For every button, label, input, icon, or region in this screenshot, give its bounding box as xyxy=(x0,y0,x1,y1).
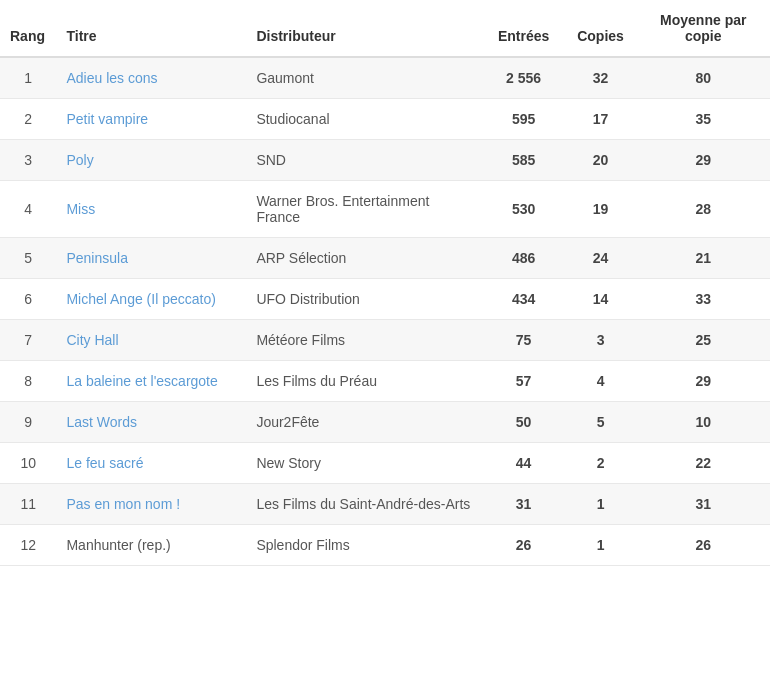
cell-copies: 3 xyxy=(565,320,637,361)
cell-entrees: 31 xyxy=(483,484,565,525)
cell-copies: 1 xyxy=(565,525,637,566)
cell-moyenne: 33 xyxy=(636,279,770,320)
title-link[interactable]: Miss xyxy=(66,201,95,217)
cell-rang: 2 xyxy=(0,99,56,140)
header-moyenne: Moyenne par copie xyxy=(636,0,770,57)
cell-entrees: 530 xyxy=(483,181,565,238)
cell-copies: 5 xyxy=(565,402,637,443)
cell-entrees: 44 xyxy=(483,443,565,484)
cell-titre[interactable]: La baleine et l'escargote xyxy=(56,361,246,402)
cell-distributeur: Studiocanal xyxy=(246,99,482,140)
cell-copies: 4 xyxy=(565,361,637,402)
cell-moyenne: 28 xyxy=(636,181,770,238)
title-link[interactable]: Pas en mon nom ! xyxy=(66,496,180,512)
cell-titre[interactable]: Miss xyxy=(56,181,246,238)
table-row: 11Pas en mon nom !Les Films du Saint-And… xyxy=(0,484,770,525)
box-office-table: Rang Titre Distributeur Entrées Copies M… xyxy=(0,0,770,566)
table-row: 4MissWarner Bros. Entertainment France53… xyxy=(0,181,770,238)
cell-titre[interactable]: Le feu sacré xyxy=(56,443,246,484)
cell-distributeur: SND xyxy=(246,140,482,181)
cell-copies: 19 xyxy=(565,181,637,238)
title-link[interactable]: Last Words xyxy=(66,414,137,430)
cell-copies: 14 xyxy=(565,279,637,320)
cell-distributeur: Gaumont xyxy=(246,57,482,99)
cell-rang: 10 xyxy=(0,443,56,484)
header-rang: Rang xyxy=(0,0,56,57)
cell-titre[interactable]: Pas en mon nom ! xyxy=(56,484,246,525)
cell-moyenne: 25 xyxy=(636,320,770,361)
cell-rang: 9 xyxy=(0,402,56,443)
cell-rang: 1 xyxy=(0,57,56,99)
cell-distributeur: New Story xyxy=(246,443,482,484)
cell-titre[interactable]: City Hall xyxy=(56,320,246,361)
table-row: 6Michel Ange (Il peccato)UFO Distributio… xyxy=(0,279,770,320)
cell-rang: 12 xyxy=(0,525,56,566)
cell-copies: 32 xyxy=(565,57,637,99)
title-link[interactable]: City Hall xyxy=(66,332,118,348)
cell-copies: 2 xyxy=(565,443,637,484)
cell-distributeur: Météore Films xyxy=(246,320,482,361)
cell-distributeur: Les Films du Saint-André-des-Arts xyxy=(246,484,482,525)
cell-rang: 3 xyxy=(0,140,56,181)
cell-titre[interactable]: Petit vampire xyxy=(56,99,246,140)
title-link[interactable]: La baleine et l'escargote xyxy=(66,373,217,389)
cell-distributeur: UFO Distribution xyxy=(246,279,482,320)
cell-titre[interactable]: Poly xyxy=(56,140,246,181)
cell-distributeur: Splendor Films xyxy=(246,525,482,566)
title-link[interactable]: Petit vampire xyxy=(66,111,148,127)
header-entrees: Entrées xyxy=(483,0,565,57)
table-row: 12Manhunter (rep.)Splendor Films26126 xyxy=(0,525,770,566)
header-titre: Titre xyxy=(56,0,246,57)
cell-moyenne: 80 xyxy=(636,57,770,99)
title-link[interactable]: Adieu les cons xyxy=(66,70,157,86)
table-row: 2Petit vampireStudiocanal5951735 xyxy=(0,99,770,140)
table-header-row: Rang Titre Distributeur Entrées Copies M… xyxy=(0,0,770,57)
cell-titre[interactable]: Michel Ange (Il peccato) xyxy=(56,279,246,320)
table-row: 1Adieu les consGaumont2 5563280 xyxy=(0,57,770,99)
cell-entrees: 585 xyxy=(483,140,565,181)
title-link[interactable]: Michel Ange (Il peccato) xyxy=(66,291,215,307)
cell-titre: Manhunter (rep.) xyxy=(56,525,246,566)
cell-entrees: 486 xyxy=(483,238,565,279)
cell-rang: 5 xyxy=(0,238,56,279)
cell-copies: 1 xyxy=(565,484,637,525)
table-row: 5PeninsulaARP Sélection4862421 xyxy=(0,238,770,279)
cell-moyenne: 31 xyxy=(636,484,770,525)
cell-distributeur: Jour2Fête xyxy=(246,402,482,443)
cell-distributeur: Warner Bros. Entertainment France xyxy=(246,181,482,238)
table-row: 7City HallMétéore Films75325 xyxy=(0,320,770,361)
title-link[interactable]: Poly xyxy=(66,152,93,168)
cell-rang: 11 xyxy=(0,484,56,525)
table-row: 9Last WordsJour2Fête50510 xyxy=(0,402,770,443)
table-row: 10Le feu sacréNew Story44222 xyxy=(0,443,770,484)
title-link[interactable]: Peninsula xyxy=(66,250,128,266)
cell-moyenne: 26 xyxy=(636,525,770,566)
cell-titre[interactable]: Peninsula xyxy=(56,238,246,279)
cell-entrees: 50 xyxy=(483,402,565,443)
cell-titre[interactable]: Last Words xyxy=(56,402,246,443)
table-row: 3PolySND5852029 xyxy=(0,140,770,181)
cell-moyenne: 35 xyxy=(636,99,770,140)
title-link[interactable]: Le feu sacré xyxy=(66,455,143,471)
cell-titre[interactable]: Adieu les cons xyxy=(56,57,246,99)
cell-entrees: 595 xyxy=(483,99,565,140)
cell-distributeur: Les Films du Préau xyxy=(246,361,482,402)
cell-distributeur: ARP Sélection xyxy=(246,238,482,279)
cell-entrees: 26 xyxy=(483,525,565,566)
header-distributeur: Distributeur xyxy=(246,0,482,57)
cell-entrees: 434 xyxy=(483,279,565,320)
cell-rang: 4 xyxy=(0,181,56,238)
cell-moyenne: 29 xyxy=(636,140,770,181)
cell-entrees: 75 xyxy=(483,320,565,361)
cell-moyenne: 22 xyxy=(636,443,770,484)
cell-rang: 8 xyxy=(0,361,56,402)
cell-copies: 20 xyxy=(565,140,637,181)
cell-moyenne: 29 xyxy=(636,361,770,402)
cell-moyenne: 21 xyxy=(636,238,770,279)
header-copies: Copies xyxy=(565,0,637,57)
cell-copies: 24 xyxy=(565,238,637,279)
table-row: 8La baleine et l'escargoteLes Films du P… xyxy=(0,361,770,402)
cell-rang: 7 xyxy=(0,320,56,361)
cell-copies: 17 xyxy=(565,99,637,140)
cell-moyenne: 10 xyxy=(636,402,770,443)
